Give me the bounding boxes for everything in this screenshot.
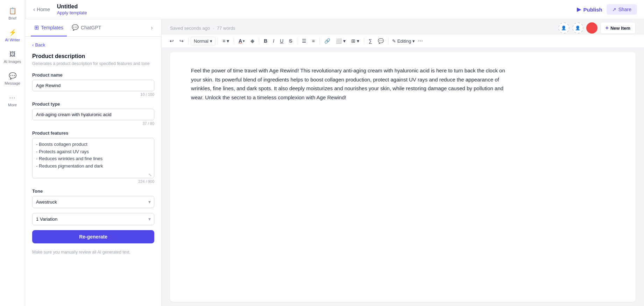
link-button[interactable]: 🔗 [322,36,333,45]
font-style-select[interactable]: Normal ▾ [191,37,215,45]
regenerate-button[interactable]: Re-generate [32,230,154,243]
formula-button[interactable]: ∑ [366,36,375,45]
top-bar: ‹ Home Untitled Apply template ▶ Publish… [26,0,644,19]
editor-document[interactable]: Feel the power of time travel with Age R… [170,52,636,302]
panel-content: ‹ Back Product description Generates a p… [25,37,161,306]
top-bar-actions: ▶ Publish ↗ Share [577,4,637,15]
toolbar-sep-7 [364,37,364,44]
bullet-list-button[interactable]: ☰ [299,36,309,45]
comment-button[interactable]: 💬 [375,36,386,45]
publish-label: Publish [583,7,602,13]
word-count-separator: · [213,26,214,31]
sidebar-more-label: More [8,103,17,107]
apply-template-link[interactable]: Apply template [57,10,577,15]
toolbar-sep-5 [297,37,297,44]
underline-button[interactable]: U [277,36,286,45]
font-color-button[interactable]: A ▾ [236,36,247,45]
document-title[interactable]: Untitled [57,3,577,10]
product-type-input[interactable] [32,109,154,120]
left-panel: ⊞ Templates 💬 ChatGPT › ‹ Back Product d… [25,19,162,306]
image-button[interactable]: ⬜ ▾ [333,36,348,45]
tone-select[interactable]: Awestruck Professional Casual Enthusiast… [32,196,154,208]
new-item-label: New Item [610,26,630,31]
strikethrough-button[interactable]: S [286,36,295,45]
toolbar-sep-2 [218,37,218,44]
sidebar-item-brief[interactable]: 📋 📋 Brief [0,3,25,24]
product-features-textarea[interactable]: - Boosts collagen product - Protects aga… [33,138,154,177]
table-button[interactable]: ⊞ ▾ [349,36,362,45]
editor-area: Saved seconds ago · 77 words 👤 👤 + New I… [162,19,644,306]
toolbar-sep-8 [388,37,389,44]
new-item-plus-icon: + [606,25,609,31]
redo-button[interactable]: ↪ [177,36,186,45]
editing-text: Editing [397,38,411,44]
ai-writer-icon: ⚡ [9,29,16,36]
share-button[interactable]: ↗ Share [607,4,637,15]
new-item-button[interactable]: + New Item [600,22,636,34]
ai-images-icon: 🖼 [9,50,16,58]
toolbar-sep-4 [259,37,259,44]
sidebar-item-more[interactable]: ··· More [0,90,25,111]
publish-button[interactable]: ▶ Publish [577,6,602,13]
sidebar-brief-label: Brief [8,16,16,20]
variation-select-wrap: 1 Variation 2 Variations 3 Variations ▾ [32,213,154,225]
chatgpt-tab-icon: 💬 [72,24,79,31]
avatar-dashed-2[interactable]: 👤 [572,22,583,34]
sidebar-item-ai-images[interactable]: 🖼 AI Images [0,47,25,67]
ordered-list-button[interactable]: ≡ [310,36,317,45]
align-button[interactable]: ≡ ▾ [220,36,232,45]
font-style-chevron: ▾ [210,38,212,44]
more-options-button[interactable]: ⋯ [416,36,425,45]
home-link[interactable]: ‹ Home [33,6,50,13]
publish-arrow-icon: ▶ [577,6,581,13]
product-type-char-count: 37 / 80 [32,121,154,126]
section-title: Product description [32,53,154,59]
variation-select[interactable]: 1 Variation 2 Variations 3 Variations [32,213,154,225]
share-upload-icon: ↗ [612,7,616,12]
font-color-chevron: ▾ [243,39,245,43]
sidebar-ai-images-label: AI Images [4,59,21,64]
tab-chatgpt[interactable]: 💬 ChatGPT [68,19,105,36]
tab-templates[interactable]: ⊞ Templates [31,19,67,36]
font-color-a-icon: A [239,38,242,44]
undo-button[interactable]: ↩ [167,36,176,45]
avatar-red[interactable] [586,22,597,34]
chatgpt-tab-label: ChatGPT [81,25,101,30]
sidebar-message-label: Message [5,81,20,85]
product-features-wrap: - Boosts collagen product - Protects aga… [32,138,154,178]
toolbar-sep-3 [234,37,234,44]
home-chevron-icon: ‹ [33,6,35,13]
back-label: Back [35,42,45,48]
product-features-char-count: 224 / 900 [32,179,154,184]
section-description: Generates a product description for spec… [32,61,154,67]
product-type-label: Product type [32,101,154,107]
brief-icon: 📋 [9,7,16,15]
regenerate-label: Re-generate [79,234,107,240]
editing-mode-label[interactable]: ✎ Editing ▾ [392,38,415,44]
avatar-dashed-1[interactable]: 👤 [558,22,569,34]
bold-button[interactable]: B [261,36,270,45]
sidebar-ai-writer-label: AI Writer [5,38,20,42]
product-name-label: Product name [32,72,154,78]
sidebar-item-message[interactable]: 💬 Message [0,69,25,89]
icon-sidebar: 📋 📋 Brief ⚡ AI Writer 🖼 AI Images 💬 Mess… [0,0,25,306]
textarea-resize-handle[interactable]: ⤡ [148,172,153,177]
tone-select-wrap: Awestruck Professional Casual Enthusiast… [32,196,154,208]
document-title-area: Untitled Apply template [57,3,577,15]
font-style-label: Normal [194,38,208,44]
back-button[interactable]: ‹ Back [32,42,154,48]
home-label: Home [37,7,50,12]
italic-button[interactable]: I [270,36,277,45]
collapse-panel-button[interactable]: › [148,23,156,33]
main-area: ⊞ Templates 💬 ChatGPT › ‹ Back Product d… [25,19,644,306]
sidebar-item-ai-writer[interactable]: ⚡ AI Writer [0,25,25,45]
editing-chevron: ▾ [412,38,415,44]
templates-tab-icon: ⊞ [34,24,39,31]
highlight-button[interactable]: ◈ [248,36,257,45]
product-name-input[interactable] [32,80,154,91]
saved-status: Saved seconds ago [170,26,210,31]
tone-label: Tone [32,188,154,194]
disclaimer-text: Make sure you manually review all AI gen… [32,249,154,255]
more-icon: ··· [9,94,16,101]
editor-content[interactable]: Feel the power of time travel with Age R… [191,66,506,102]
